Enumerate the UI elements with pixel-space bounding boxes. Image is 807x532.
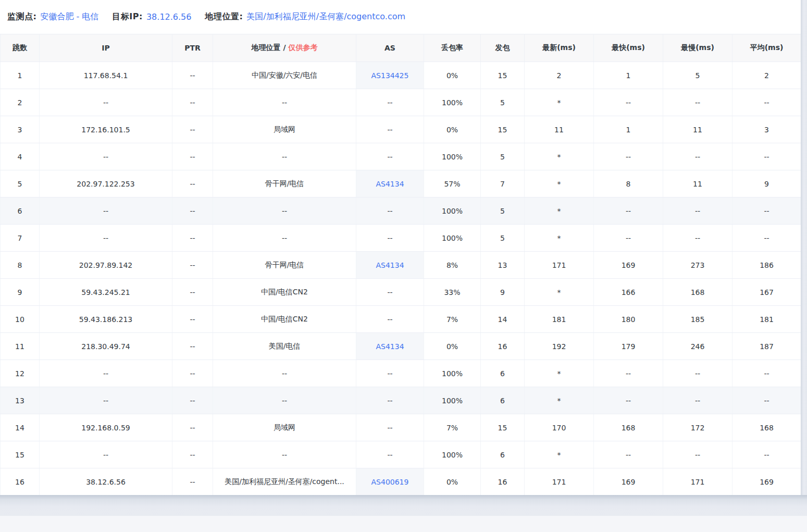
cell-as: -- (356, 116, 424, 143)
cell-latest: * (525, 170, 594, 197)
cell-loss: 8% (424, 252, 481, 279)
cell-location: 中国/电信CN2 (213, 306, 356, 333)
cell-fastest: -- (594, 225, 663, 252)
cell-location: -- (213, 143, 356, 170)
cell-location: 美国/加利福尼亚州/圣何塞/cogent... (213, 468, 356, 496)
cell-ip: -- (40, 89, 172, 116)
cell-latest: * (525, 387, 594, 414)
trace-table-body: 1117.68.54.1--中国/安徽/六安/电信AS1344250%15215… (1, 62, 801, 496)
cell-fastest: 166 (594, 279, 663, 306)
cell-ptr: -- (172, 387, 213, 414)
info-bar: 监测点: 安徽合肥 - 电信 目标IP: 38.12.6.56 地理位置: 美国… (0, 0, 807, 34)
cell-sent: 13 (481, 252, 525, 279)
cell-ptr: -- (172, 279, 213, 306)
cell-fastest: -- (594, 387, 663, 414)
cell-loss: 0% (424, 116, 481, 143)
cell-fastest: 168 (594, 414, 663, 441)
cell-slowest: 185 (663, 306, 732, 333)
table-row: 5202.97.122.253--骨干网/电信AS413457%7*8119 (1, 170, 801, 197)
cell-loss: 100% (424, 143, 481, 170)
monitor-point-label: 监测点: (7, 11, 36, 22)
cell-sent: 14 (481, 306, 525, 333)
table-row: 8202.97.89.142--骨干网/电信AS41348%1317116927… (1, 252, 801, 279)
target-ip-value: 38.12.6.56 (146, 12, 192, 22)
cell-slowest: -- (663, 360, 732, 387)
cell-slowest: -- (663, 441, 732, 468)
cell-ip: 202.97.122.253 (40, 170, 172, 197)
cell-as: -- (356, 143, 424, 170)
table-row: 13--------100%6*------ (1, 387, 801, 414)
cell-ip: 218.30.49.74 (40, 333, 172, 360)
as-link[interactable]: AS4134 (376, 342, 404, 351)
cell-slowest: -- (663, 143, 732, 170)
cell-slowest: 172 (663, 414, 732, 441)
cell-latest: 11 (525, 116, 594, 143)
col-header-slowest: 最慢(ms) (663, 34, 732, 62)
as-link[interactable]: AS4134 (376, 261, 404, 269)
cell-loss: 0% (424, 468, 481, 496)
cell-slowest: 171 (663, 468, 732, 496)
cell-loss: 100% (424, 387, 481, 414)
cell-ptr: -- (172, 225, 213, 252)
cell-ptr: -- (172, 306, 213, 333)
cell-slowest: -- (663, 197, 732, 225)
cell-latest: 171 (525, 468, 594, 496)
geo-location: 地理位置: 美国/加利福尼亚州/圣何塞/cogentco.com (205, 11, 405, 22)
cell-location: -- (213, 197, 356, 225)
table-row: 6--------100%5*------ (1, 197, 801, 225)
cell-latest: * (525, 441, 594, 468)
table-row: 4--------100%5*------ (1, 143, 801, 170)
cell-ptr: -- (172, 116, 213, 143)
cell-location: -- (213, 387, 356, 414)
cell-sent: 16 (481, 333, 525, 360)
col-header-avg: 平均(ms) (732, 34, 801, 62)
cell-ptr: -- (172, 414, 213, 441)
col-header-loss: 丢包率 (424, 34, 481, 62)
cell-location: -- (213, 89, 356, 116)
cell-as: -- (356, 360, 424, 387)
col-header-location-main: 地理位置 / (252, 43, 286, 52)
cell-latest: * (525, 225, 594, 252)
cell-loss: 57% (424, 170, 481, 197)
cell-slowest: 273 (663, 252, 732, 279)
cell-ip: -- (40, 441, 172, 468)
cell-latest: * (525, 279, 594, 306)
cell-sent: 6 (481, 441, 525, 468)
vertical-scrollbar[interactable] (801, 0, 807, 495)
col-header-fastest: 最快(ms) (594, 34, 663, 62)
as-link[interactable]: AS134425 (371, 71, 409, 80)
col-header-ptr: PTR (172, 34, 213, 62)
table-row: 15--------100%6*------ (1, 441, 801, 468)
cell-slowest: -- (663, 225, 732, 252)
cell-slowest: 5 (663, 62, 732, 89)
cell-loss: 0% (424, 333, 481, 360)
cell-sent: 6 (481, 387, 525, 414)
cell-avg: 3 (732, 116, 801, 143)
cell-ptr: -- (172, 197, 213, 225)
cell-ptr: -- (172, 62, 213, 89)
cell-avg: 186 (732, 252, 801, 279)
cell-hop: 4 (1, 143, 40, 170)
page-footer-background (0, 516, 807, 532)
cell-avg: -- (732, 387, 801, 414)
cell-fastest: -- (594, 143, 663, 170)
cell-ptr: -- (172, 333, 213, 360)
cell-as: AS4134 (356, 252, 424, 279)
as-link[interactable]: AS400619 (371, 478, 409, 486)
target-ip-label: 目标IP: (112, 11, 143, 22)
cell-as: AS4134 (356, 170, 424, 197)
trace-table-header: 跳数 IP PTR 地理位置 / 仅供参考 AS 丢包率 发包 最新(ms) 最… (1, 34, 801, 62)
cell-slowest: 11 (663, 116, 732, 143)
cell-sent: 15 (481, 62, 525, 89)
cell-location: 中国/电信CN2 (213, 279, 356, 306)
cell-avg: -- (732, 360, 801, 387)
cell-hop: 14 (1, 414, 40, 441)
table-bottom-shadow-band (0, 495, 807, 516)
cell-loss: 100% (424, 225, 481, 252)
as-link[interactable]: AS4134 (376, 180, 404, 188)
cell-avg: -- (732, 225, 801, 252)
cell-location: -- (213, 225, 356, 252)
cell-avg: 187 (732, 333, 801, 360)
cell-avg: -- (732, 441, 801, 468)
cell-fastest: -- (594, 441, 663, 468)
